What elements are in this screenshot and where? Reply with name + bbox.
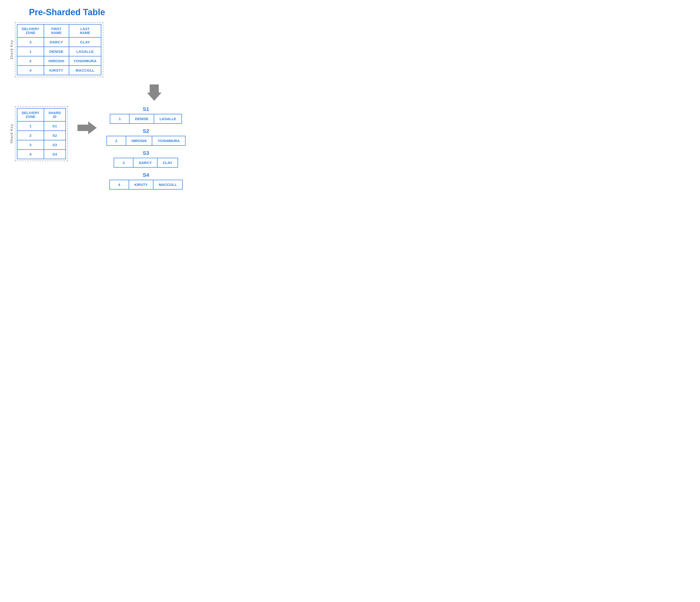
- table-row: 3DARCYCLAY: [17, 37, 101, 47]
- shard-title: S2: [143, 128, 149, 134]
- down-arrow-icon: [146, 84, 163, 104]
- table-cell: S3: [44, 140, 66, 150]
- top-section: Shard Key DELIVERYZONE FIRSTNAME LASTNAM…: [10, 22, 270, 77]
- shard-group: S33DARCYCLAY: [106, 150, 185, 167]
- map-col-delivery-zone: DELIVERYZONE: [17, 108, 44, 121]
- table-cell: 1: [17, 47, 44, 56]
- table-cell: LASALLE: [69, 47, 101, 56]
- table-cell: MACCOLL: [69, 66, 101, 75]
- shard-group: S22HIROSHIYOSHIMURA: [106, 128, 185, 146]
- pre-sharded-table: DELIVERYZONE FIRSTNAME LASTNAME 3DARCYCL…: [17, 24, 101, 75]
- pre-table-wrapper: Shard Key DELIVERYZONE FIRSTNAME LASTNAM…: [10, 22, 103, 77]
- arrow-down: [39, 84, 270, 104]
- table-cell: 1: [17, 121, 44, 131]
- shard-cell: YOSHIMURA: [152, 136, 185, 145]
- table-cell: HIROSHI: [44, 56, 69, 66]
- shard-group: S11DENISELASALLE: [106, 106, 185, 124]
- mapping-table-wrapper: Shard Key DELIVERYZONE SHARDID 1S12S23S3…: [10, 106, 68, 161]
- table-cell: 4: [17, 66, 44, 75]
- table-row: 1S1: [17, 121, 66, 131]
- shard-cell: HIROSHI: [126, 136, 152, 145]
- shard-cell: DARCY: [133, 158, 157, 167]
- table-row: 3S3: [17, 140, 66, 150]
- arrow-right: [77, 106, 97, 135]
- table-cell: S2: [44, 131, 66, 140]
- shard-cell: 3: [114, 158, 133, 167]
- table-cell: CLAY: [69, 37, 101, 47]
- shard-cell: CLAY: [157, 158, 178, 167]
- right-arrow-icon: [77, 121, 97, 135]
- shard-cell: DENISE: [130, 114, 154, 123]
- table-row: 2HIROSHIYOSHIMURA: [17, 56, 101, 66]
- mapping-table: DELIVERYZONE SHARDID 1S12S23S34S4: [17, 108, 66, 159]
- shard-key-label-bottom: Shard Key: [10, 124, 14, 143]
- shards-container: S11DENISELASALLES22HIROSHIYOSHIMURAS33DA…: [106, 106, 185, 189]
- table-cell: DENISE: [44, 47, 69, 56]
- shard-row: 4KIRSTYMACCOLL: [109, 180, 183, 189]
- table-cell: DARCY: [44, 37, 69, 47]
- col-header-delivery-zone: DELIVERYZONE: [17, 24, 44, 37]
- dashed-box-bottom: DELIVERYZONE SHARDID 1S12S23S34S4: [15, 106, 68, 161]
- shard-cell: 4: [110, 180, 129, 189]
- shard-title: S3: [143, 150, 149, 156]
- svg-marker-1: [77, 121, 97, 134]
- table-row: 1DENISELASALLE: [17, 47, 101, 56]
- shard-row: 2HIROSHIYOSHIMURA: [106, 136, 185, 146]
- table-cell: S1: [44, 121, 66, 131]
- shard-row: 3DARCYCLAY: [114, 158, 178, 167]
- table-cell: YOSHIMURA: [69, 56, 101, 66]
- table-row: 2S2: [17, 131, 66, 140]
- shard-title: S1: [143, 106, 149, 112]
- shard-row: 1DENISELASALLE: [110, 114, 182, 124]
- table-cell: 2: [17, 131, 44, 140]
- table-cell: 4: [17, 150, 44, 159]
- table-cell: 2: [17, 56, 44, 66]
- shard-group: S44KIRSTYMACCOLL: [106, 172, 185, 189]
- table-row: 4KIRSTYMACCOLL: [17, 66, 101, 75]
- shard-key-label-top: Shard Key: [10, 40, 14, 59]
- page-title: Pre-Sharded Table: [29, 7, 270, 17]
- table-cell: S4: [44, 150, 66, 159]
- dashed-box-top: DELIVERYZONE FIRSTNAME LASTNAME 3DARCYCL…: [15, 22, 103, 77]
- shard-cell: MACCOLL: [153, 180, 182, 189]
- table-row: 4S4: [17, 150, 66, 159]
- bottom-section: Shard Key DELIVERYZONE SHARDID 1S12S23S3…: [10, 106, 270, 189]
- shard-cell: 2: [107, 136, 126, 145]
- table-cell: 3: [17, 37, 44, 47]
- shard-cell: KIRSTY: [129, 180, 153, 189]
- col-header-last-name: LASTNAME: [69, 24, 101, 37]
- svg-marker-0: [147, 84, 161, 101]
- map-col-shard-id: SHARDID: [44, 108, 66, 121]
- shard-title: S4: [143, 172, 149, 178]
- table-cell: 3: [17, 140, 44, 150]
- col-header-first-name: FIRSTNAME: [44, 24, 69, 37]
- shard-cell: 1: [110, 114, 130, 123]
- table-cell: KIRSTY: [44, 66, 69, 75]
- shard-cell: LASALLE: [154, 114, 181, 123]
